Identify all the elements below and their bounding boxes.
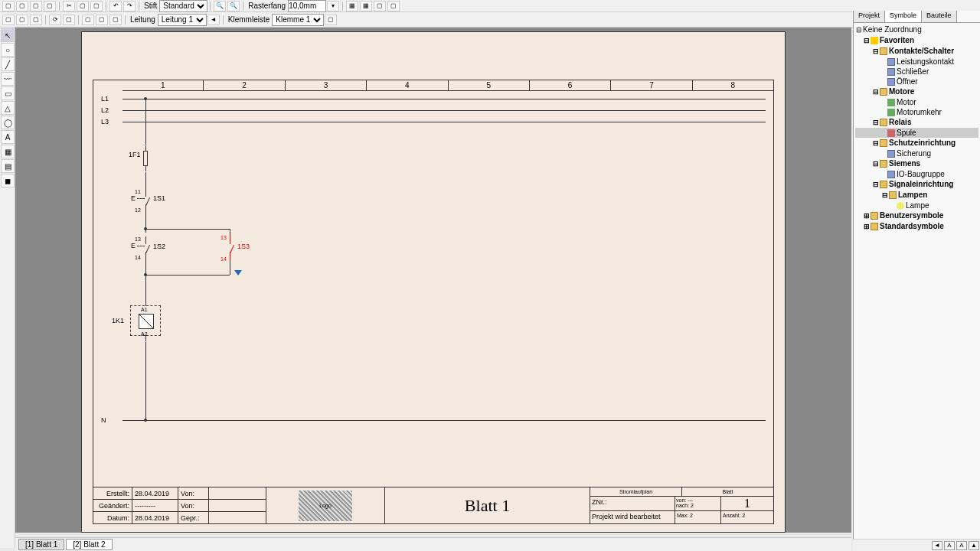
wire[interactable] — [230, 259, 230, 275]
grid-icon[interactable]: ▦ — [346, 1, 358, 11]
leitung-select[interactable]: Leitung 1 — [158, 14, 207, 26]
tree-baugruppe[interactable]: IO-Baugruppe — [855, 169, 978, 179]
tree-standard[interactable]: ⊞Standardsymbole — [855, 221, 978, 232]
symbol-tree[interactable]: ⊟Keine Zuordnung ⊟Favoriten ⊟Kontakte/Sc… — [854, 23, 980, 233]
wire[interactable] — [145, 259, 146, 275]
tree-motore[interactable]: ⊟Motore — [855, 86, 978, 97]
von-label: Von: — [178, 487, 208, 499]
line-tool-icon[interactable]: ╱ — [1, 57, 15, 71]
terminal-label: 14 — [135, 255, 141, 260]
wire[interactable] — [145, 229, 230, 230]
raster-dropdown-icon[interactable]: ▾ — [327, 1, 339, 11]
text-tool-icon[interactable]: A — [1, 130, 15, 144]
refresh-icon[interactable]: ⟳ — [49, 15, 61, 25]
open-icon[interactable]: ▢ — [16, 1, 28, 11]
ellipse-tool-icon[interactable]: ◯ — [1, 116, 15, 129]
tree-motorumk[interactable]: Motorumkehr — [855, 107, 978, 117]
status-btn-3[interactable]: A — [956, 541, 967, 550]
status-btn-2[interactable]: A — [944, 541, 955, 550]
tb2-btn5[interactable]: ▢ — [63, 15, 75, 25]
snap-icon[interactable]: ▦ — [360, 1, 372, 11]
tree-lampe[interactable]: Lampe — [855, 201, 978, 210]
triangle-tool-icon[interactable]: △ — [1, 101, 15, 115]
klemm-select[interactable]: Klemme 1 — [272, 14, 324, 26]
coil-terminal: A2 — [141, 331, 148, 337]
fuse-symbol[interactable] — [143, 151, 148, 166]
tree-relais[interactable]: ⊟Relais — [855, 117, 978, 128]
tree-root[interactable]: ⊟Keine Zuordnung — [855, 24, 978, 35]
tree-favoriten[interactable]: ⊟Favoriten — [855, 35, 978, 46]
tab-bauteile[interactable]: Bauteile — [922, 11, 957, 22]
tree-spule[interactable]: Spule — [855, 128, 978, 138]
rect-tool-icon[interactable]: ▭ — [1, 86, 15, 100]
raster-input[interactable] — [288, 0, 326, 12]
datum-date: 28.04.2019 — [132, 512, 178, 523]
sheet-tab-1[interactable]: [1] Blatt 1 — [18, 539, 64, 550]
von-value — [208, 487, 266, 499]
layer-icon[interactable]: ▢ — [387, 1, 400, 11]
circle-tool-icon[interactable]: ○ — [1, 43, 15, 57]
tb2-btn7[interactable]: ▢ — [96, 15, 108, 25]
leitung-apply-icon[interactable]: ◄ — [207, 15, 220, 25]
tb2-btn1[interactable]: ▢ — [2, 15, 15, 25]
klemm-apply-icon[interactable]: ▢ — [325, 15, 337, 25]
tree-schutz[interactable]: ⊟Schutzeinrichtung — [855, 138, 978, 148]
contact-icon — [887, 78, 895, 86]
zoom-in-icon[interactable]: 🔍 — [214, 1, 226, 11]
print-icon[interactable]: ▢ — [44, 1, 56, 11]
tree-kontakte[interactable]: ⊟Kontakte/Schalter — [855, 46, 978, 57]
rail-l3[interactable] — [122, 122, 766, 122]
cut-icon[interactable]: ✂ — [63, 1, 75, 11]
tree-leistung[interactable]: Leistungskontakt — [855, 57, 978, 67]
table-tool-icon[interactable]: ▤ — [1, 159, 15, 173]
tab-projekt[interactable]: Projekt — [854, 11, 885, 22]
schematic-area[interactable]: L1 L2 L3 N 1F1 1S1 11 — [122, 91, 773, 487]
status-btn-4[interactable]: ▲ — [969, 541, 979, 550]
tb2-btn6[interactable]: ▢ — [82, 15, 94, 25]
status-btn-1[interactable]: ◄ — [932, 541, 942, 550]
relay-icon — [887, 129, 895, 137]
tree-sicherung[interactable]: Sicherung — [855, 148, 978, 158]
tree-siemens[interactable]: ⊟Siemens — [855, 158, 978, 169]
wire[interactable] — [230, 229, 230, 236]
sheet-tab-2[interactable]: [2] Blatt 2 — [66, 539, 112, 550]
tree-oeffner[interactable]: Öffner — [855, 77, 978, 86]
tree-motor[interactable]: Motor — [855, 97, 978, 107]
wire[interactable] — [145, 275, 230, 276]
rail-l1[interactable] — [122, 99, 766, 99]
new-icon[interactable]: ▢ — [2, 1, 15, 11]
tb2-btn8[interactable]: ▢ — [109, 15, 122, 25]
wire[interactable] — [145, 99, 146, 145]
pointer-tool-icon[interactable]: ↖ — [1, 28, 15, 42]
col-header: 2 — [203, 80, 284, 90]
tab-symbole[interactable]: Symbole — [885, 11, 922, 22]
grid-tool-icon[interactable]: ▦ — [1, 145, 15, 158]
wire[interactable] — [145, 342, 146, 420]
undo-icon[interactable]: ↶ — [109, 1, 122, 11]
switch-symbol[interactable] — [143, 236, 154, 259]
nach-value: nach: 2 — [676, 503, 720, 508]
zoom-out-icon[interactable]: 🔍 — [227, 1, 240, 11]
tree-schliesser[interactable]: Schließer — [855, 67, 978, 77]
rail-l2[interactable] — [122, 110, 766, 111]
rail-n[interactable] — [122, 420, 766, 421]
tree-signal[interactable]: ⊟Signaleinrichtung — [855, 179, 978, 190]
canvas-area[interactable]: 1 2 3 4 5 6 7 8 L1 L2 L3 N — [15, 28, 851, 533]
tree-lampen[interactable]: ⊟Lampen — [855, 190, 978, 201]
polyline-tool-icon[interactable]: 〰 — [1, 72, 15, 86]
switch-symbol[interactable] — [143, 189, 154, 212]
fuse-icon — [887, 150, 895, 158]
copy-icon[interactable]: ▢ — [77, 1, 89, 11]
tb2-btn2[interactable]: ▢ — [16, 15, 28, 25]
component-tool-icon[interactable]: ◼ — [1, 174, 15, 187]
redo-icon[interactable]: ↷ — [123, 1, 136, 11]
ortho-icon[interactable]: ▢ — [374, 1, 386, 11]
stift-select[interactable]: Standard — [159, 0, 207, 12]
paste-icon[interactable]: ▢ — [90, 1, 103, 11]
tree-benutzer[interactable]: ⊞Benutzersymbole — [855, 210, 978, 221]
save-icon[interactable]: ▢ — [30, 1, 42, 11]
wire[interactable] — [145, 212, 146, 229]
tb2-btn3[interactable]: ▢ — [30, 15, 42, 25]
folder-icon — [880, 119, 887, 126]
switch-symbol-selected[interactable] — [227, 236, 238, 259]
